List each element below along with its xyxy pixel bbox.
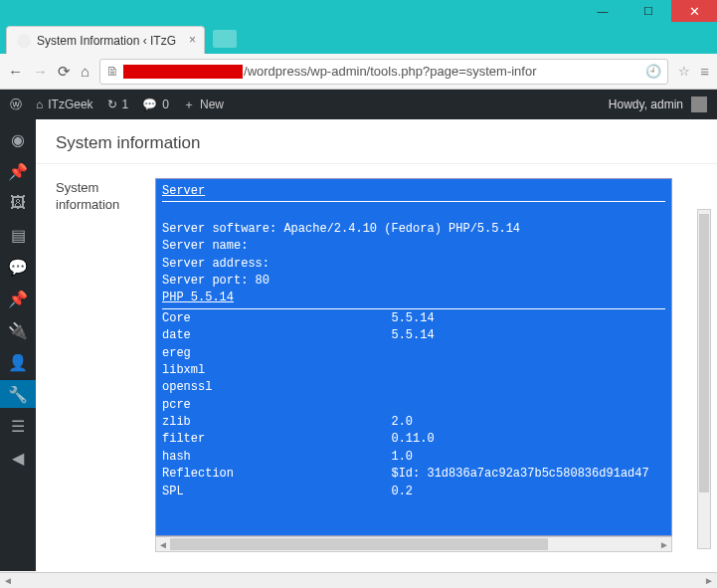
window-hscrollbar[interactable]: ◄ ► (0, 572, 717, 588)
nav-reload-icon[interactable]: ⟳ (58, 63, 71, 81)
sysinfo-textbox[interactable]: Server Server software: Apache/2.4.10 (F… (155, 178, 672, 536)
adminbar-updates-count: 1 (122, 98, 129, 111)
window-close-button[interactable]: ✕ (671, 0, 717, 22)
wp-content-area: System information System information Se… (36, 119, 717, 571)
favicon-icon (17, 34, 31, 48)
win-scroll-right-icon[interactable]: ► (701, 573, 717, 587)
scroll-right-arrow-icon[interactable]: ► (657, 537, 671, 551)
page-icon: 🗎 (106, 64, 119, 79)
wp-admin-bar: ⓦ ⌂ ITzGeek ↻ 1 💬 0 ＋ New Howdy, admin (0, 90, 717, 119)
home-icon: ⌂ (36, 98, 43, 111)
adminbar-site-name: ITzGeek (48, 98, 92, 111)
sidebar-item-dashboard[interactable]: ◉ (0, 125, 36, 153)
scroll-left-arrow-icon[interactable]: ◄ (156, 537, 170, 551)
content-vscrollbar[interactable] (697, 209, 711, 549)
url-text: /wordpress/wp-admin/tools.php?page=syste… (244, 64, 536, 79)
browser-menu-icon[interactable]: ≡ (700, 63, 709, 80)
browser-tab-title: System Information ‹ ITzG (37, 34, 176, 48)
scroll-thumb[interactable] (170, 538, 548, 550)
wp-logo-icon[interactable]: ⓦ (10, 97, 22, 113)
browser-tab-strip: System Information ‹ ITzG × (0, 24, 717, 54)
url-history-icon[interactable]: 🕘 (645, 64, 661, 79)
sidebar-item-media[interactable]: 🖼 (0, 189, 36, 217)
adminbar-updates[interactable]: ↻ 1 (107, 98, 129, 111)
browser-tab-active[interactable]: System Information ‹ ITzG × (6, 26, 205, 54)
comment-icon: 💬 (142, 98, 157, 111)
win-scroll-left-icon[interactable]: ◄ (0, 573, 16, 587)
vscroll-thumb[interactable] (699, 214, 709, 492)
sidebar-item-plugins[interactable]: 🔌 (0, 316, 36, 344)
new-tab-button[interactable] (213, 30, 237, 48)
sidebar-item-comments[interactable]: 💬 (0, 253, 36, 281)
sidebar-item-posts[interactable]: 📌 (0, 157, 36, 185)
sysinfo-hscrollbar[interactable]: ◄ ► (155, 536, 672, 552)
updates-icon: ↻ (107, 98, 117, 111)
tab-close-icon[interactable]: × (189, 33, 196, 47)
adminbar-comments-count: 0 (162, 98, 169, 111)
sidebar-item-tools[interactable]: 🔧 (0, 380, 36, 408)
nav-home-icon[interactable]: ⌂ (81, 63, 90, 80)
nav-back-icon[interactable]: ← (8, 63, 23, 80)
sidebar-item-settings[interactable]: ☰ (0, 412, 36, 440)
adminbar-new[interactable]: ＋ New (183, 97, 224, 113)
adminbar-site-link[interactable]: ⌂ ITzGeek (36, 98, 93, 111)
sidebar-item-pages[interactable]: ▤ (0, 221, 36, 249)
sidebar-item-users[interactable]: 👤 (0, 348, 36, 376)
bookmark-star-icon[interactable]: ☆ (678, 64, 690, 79)
adminbar-howdy[interactable]: Howdy, admin (609, 98, 683, 111)
window-maximize-button[interactable]: ☐ (626, 0, 671, 22)
wp-admin-sidebar: ◉ 📌 🖼 ▤ 💬 📌 🔌 👤 🔧 ☰ ◀ (0, 119, 36, 571)
sidebar-collapse[interactable]: ◀ (0, 444, 36, 472)
sidebar-item-appearance[interactable]: 📌 (0, 285, 36, 312)
adminbar-new-label: New (200, 98, 224, 111)
adminbar-comments[interactable]: 💬 0 (142, 98, 169, 111)
page-title: System information (36, 119, 717, 164)
nav-forward-icon[interactable]: → (33, 63, 48, 80)
plus-icon: ＋ (183, 97, 195, 113)
address-bar[interactable]: 🗎 /wordpress/wp-admin/tools.php?page=sys… (99, 59, 668, 85)
redacted-host (123, 65, 243, 79)
sysinfo-section-label: System information (56, 178, 155, 552)
wp-body: ◉ 📌 🖼 ▤ 💬 📌 🔌 👤 🔧 ☰ ◀ System information… (0, 119, 717, 571)
avatar[interactable] (691, 97, 707, 112)
window-minimize-button[interactable]: — (580, 0, 626, 22)
browser-toolbar: ← → ⟳ ⌂ 🗎 /wordpress/wp-admin/tools.php?… (0, 54, 717, 90)
